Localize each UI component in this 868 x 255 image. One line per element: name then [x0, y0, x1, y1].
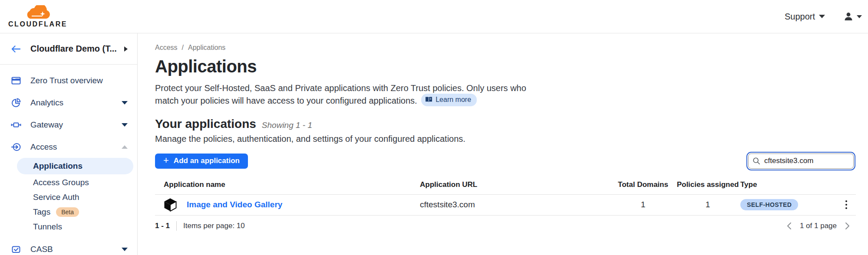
sidebar-item-label: Tags	[33, 207, 50, 217]
top-header: CLOUDFLARE Support	[0, 0, 868, 33]
page-indicator: 1 of 1 page	[800, 222, 837, 230]
chevron-right-icon	[844, 222, 851, 230]
chevron-left-icon	[786, 222, 793, 230]
sidebar-item-tunnels[interactable]: Tunnels	[0, 219, 137, 234]
section-subtext: Manage the policies, authentication, and…	[155, 134, 856, 144]
sidebar-item-applications[interactable]: Applications	[17, 158, 133, 174]
pagination: 1 - 1 Items per page: 10 1 of 1 page	[155, 221, 856, 231]
chevron-down-icon	[819, 15, 825, 18]
main-content: Access / Applications Applications Prote…	[138, 33, 868, 255]
chevron-down-icon	[122, 123, 128, 127]
previous-page-button[interactable]	[785, 221, 794, 231]
page-title: Applications	[155, 57, 856, 76]
search-icon	[752, 157, 760, 165]
kebab-dot	[845, 207, 847, 209]
next-page-button[interactable]	[843, 221, 851, 231]
back-arrow-icon[interactable]	[11, 45, 21, 53]
applications-toolbar: + Add an application	[155, 154, 856, 169]
brand-wordmark: CLOUDFLARE	[8, 20, 67, 28]
policies-assigned-cell: 1	[675, 200, 740, 209]
user-account-menu[interactable]	[843, 11, 862, 22]
showing-count: Showing 1 - 1	[262, 121, 312, 130]
table-row: Image and Video Gallery cftestsite3.com …	[155, 195, 856, 216]
application-url-cell: cftestsite3.com	[420, 200, 611, 209]
casb-icon	[11, 244, 21, 255]
pagination-divider	[176, 221, 177, 231]
chevron-right-icon	[124, 46, 128, 52]
cloudflare-logo[interactable]: CLOUDFLARE	[8, 5, 68, 28]
sidebar-item-analytics[interactable]: Analytics	[0, 92, 137, 114]
breadcrumb: Access / Applications	[155, 44, 856, 52]
sidebar-item-access-groups[interactable]: Access Groups	[0, 175, 137, 190]
sidebar-item-label: Service Auth	[33, 193, 79, 202]
sidebar-item-label: Zero Trust overview	[30, 76, 103, 85]
overview-window-icon	[11, 75, 21, 86]
app-cube-icon	[164, 198, 177, 212]
breadcrumb-separator: /	[182, 44, 184, 52]
items-per-page-label: Items per page: 10	[183, 222, 245, 230]
kebab-dot	[845, 204, 847, 206]
sidebar-item-label: Analytics	[30, 98, 63, 108]
kebab-dot	[845, 200, 847, 202]
sidebar-item-label: Gateway	[30, 120, 63, 130]
learn-more-link[interactable]: Learn more	[421, 94, 477, 106]
beta-badge: Beta	[56, 207, 79, 217]
applications-table: Application name Application URL Total D…	[155, 180, 856, 216]
sidebar-item-zero-trust-overview[interactable]: Zero Trust overview	[0, 69, 137, 92]
sidebar-item-access[interactable]: Access	[0, 136, 137, 158]
sidebar-item-label: Access	[30, 142, 57, 152]
sidebar-item-label: Tunnels	[33, 222, 62, 232]
sidebar-item-service-auth[interactable]: Service Auth	[0, 190, 137, 205]
book-icon	[425, 96, 432, 103]
support-menu[interactable]: Support	[785, 12, 825, 22]
type-badge: SELF-HOSTED	[740, 199, 798, 210]
sidebar: Cloudflare Demo (T... Zero Trust overvie…	[0, 33, 138, 255]
learn-more-label: Learn more	[436, 95, 471, 104]
sidebar-item-tags[interactable]: Tags Beta	[0, 205, 137, 219]
column-application-name: Application name	[155, 180, 420, 189]
analytics-pie-icon	[11, 98, 21, 108]
application-link[interactable]: Image and Video Gallery	[187, 200, 282, 209]
breadcrumb-access[interactable]: Access	[155, 44, 178, 52]
table-header-row: Application name Application URL Total D…	[155, 180, 856, 195]
access-login-icon	[11, 142, 21, 152]
sidebar-item-label: CASB	[30, 245, 53, 254]
application-name-cell: Image and Video Gallery	[155, 198, 420, 212]
plus-icon: +	[163, 156, 169, 165]
sidebar-item-gateway[interactable]: Gateway	[0, 114, 137, 136]
column-policies-assigned: Policies assigned	[675, 180, 740, 189]
cloudflare-cloud-icon	[22, 5, 53, 20]
gateway-icon	[11, 120, 21, 130]
total-domains-cell: 1	[611, 200, 675, 209]
sidebar-item-casb[interactable]: CASB	[0, 238, 137, 255]
type-cell: SELF-HOSTED	[740, 199, 840, 210]
column-total-domains: Total Domains	[611, 180, 675, 189]
access-subnav: Applications Access Groups Service Auth …	[0, 158, 137, 234]
chevron-down-icon	[122, 248, 128, 251]
sidebar-nav: Zero Trust overview Analytics Gateway	[0, 65, 137, 255]
pagination-range: 1 - 1	[155, 222, 170, 230]
chevron-down-icon	[122, 101, 128, 105]
page-description: Protect your Self-Hosted, SaaS and Priva…	[155, 82, 548, 107]
add-application-label: Add an application	[174, 157, 240, 165]
support-label: Support	[785, 12, 815, 22]
column-application-url: Application URL	[420, 180, 611, 189]
account-switcher[interactable]: Cloudflare Demo (T...	[0, 33, 137, 65]
chevron-down-icon	[857, 15, 862, 18]
sidebar-item-label: Applications	[33, 161, 83, 171]
account-name: Cloudflare Demo (T...	[30, 44, 124, 54]
add-application-button[interactable]: + Add an application	[155, 154, 248, 169]
row-actions-menu-button[interactable]	[842, 198, 851, 211]
breadcrumb-applications: Applications	[188, 44, 225, 52]
search-input[interactable]	[748, 154, 854, 169]
section-title: Your applications	[155, 117, 256, 131]
user-icon	[843, 11, 854, 22]
chevron-up-icon	[122, 145, 128, 149]
sidebar-item-label: Access Groups	[33, 178, 89, 187]
search-box	[748, 154, 854, 169]
column-type: Type	[740, 180, 840, 189]
